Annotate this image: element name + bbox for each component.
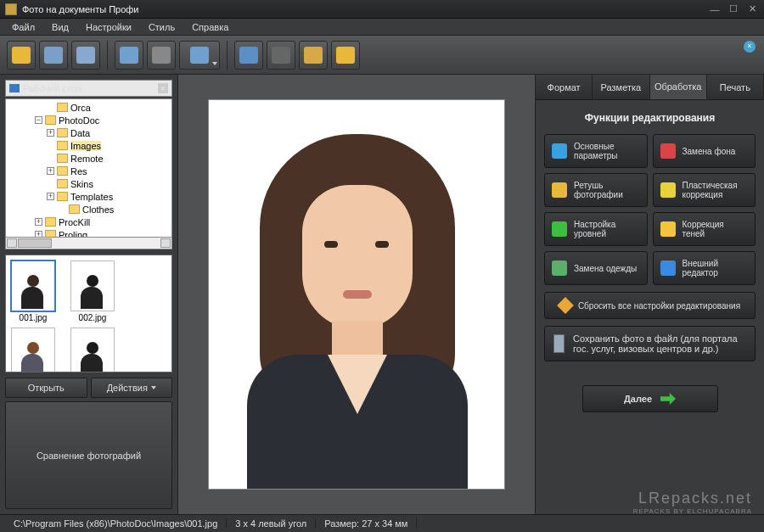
tree-scrollbar[interactable] [5,238,172,249]
photo-preview[interactable] [208,99,505,490]
bulb-icon [660,221,676,237]
edit-people-icon[interactable]: Замена одежды [544,251,648,285]
folder-icon [57,154,68,163]
thumbnail-grid: 001.jpg002.jpg003.jpg6.jpg9.jpg [5,255,172,372]
tree-item[interactable]: −PhotoDoc [6,114,171,126]
thumbnail[interactable]: 002.jpg [69,260,116,322]
tree-item[interactable]: +Res [6,165,171,177]
edit-panel: Функции редактирования Основные параметр… [536,100,764,421]
thumbnail[interactable]: 001.jpg [9,260,57,322]
tree-item[interactable]: Skins [6,177,171,190]
tree-item[interactable]: Remote [6,152,171,165]
settings-icon[interactable] [115,41,143,70]
panel-title: Функции редактирования [544,112,756,124]
menu-Стиль[interactable]: Стиль [140,20,183,34]
thumbnail[interactable]: 6.jpg [69,328,116,372]
flag-icon [660,143,676,159]
folder-icon [69,204,80,214]
tree-item[interactable]: +Data [6,126,171,139]
film-icon[interactable] [267,41,295,70]
folder-icon [45,230,56,238]
monitor-icon [660,260,676,276]
folder-icon [45,115,56,125]
folder-icon [57,179,68,188]
people-icon [552,260,567,276]
folder-icon [57,192,68,201]
tree-item[interactable]: Orca [6,101,171,114]
eraser-icon [557,297,574,314]
toolbar: × [0,36,764,75]
monitor-icon [9,84,20,92]
tab-Разметка[interactable]: Разметка [593,75,649,99]
tree-item[interactable]: +Templates [6,190,171,203]
edit-palette-icon[interactable]: Ретушь фотографии [544,173,648,207]
tab-Формат[interactable]: Формат [536,75,593,99]
minimize-button[interactable]: ― [708,3,722,15]
location-combo-label: Рабочий стол [23,83,81,93]
tree-item[interactable]: +ProcKill [6,216,171,228]
home-icon[interactable] [299,41,328,70]
reset-button[interactable]: Сбросить все настройки редактирования [544,292,756,319]
titlebar: Фото на документы Профи ― ☐ ✕ [0,0,764,19]
preview-area [178,75,535,514]
palette-icon [552,182,567,198]
arrow-right-icon [660,393,676,405]
folder-icon [57,103,68,112]
tree-item[interactable]: Clothes [6,203,171,216]
close-button[interactable]: ✕ [745,3,759,15]
statusbar: C:\Program Files (x86)\PhotoDoc\Images\0… [0,514,764,532]
menu-Справка[interactable]: Справка [183,20,237,34]
cart-icon[interactable] [331,41,360,70]
folder-tree[interactable]: Orca−PhotoDoc+Data Images Remote+Res Ski… [5,98,172,238]
folder-open-icon[interactable] [7,41,36,70]
edit-flag-icon[interactable]: Замена фона [653,134,756,168]
watermark: LRepacks.net REPACKS BY ELCHUPACABRA [633,490,752,515]
folder-icon [57,128,68,137]
gear-icon [552,143,567,159]
tab-Обработка[interactable]: Обработка [650,75,707,99]
edit-bulb-icon[interactable]: Коррекция теней [653,212,756,246]
menu-Файл[interactable]: Файл [3,20,43,34]
compare-button[interactable]: Сравнение фотографий [5,401,172,509]
floppy-icon [553,334,565,353]
right-panel: ФорматРазметкаОбработкаПечать Функции ре… [535,75,764,514]
left-panel: Рабочий стол ▾ Orca−PhotoDoc+Data Images… [0,75,178,514]
chevron-down-icon: ▾ [158,83,168,93]
tree-item[interactable]: +Proling [6,228,171,238]
status-size: Размер: 27 x 34 мм [316,518,417,529]
print-icon[interactable] [71,41,100,70]
edit-monitor-icon[interactable]: Внешний редактор [653,251,756,285]
folder-icon [57,141,68,150]
status-corner: 3 x 4 левый угол [227,518,316,529]
tree-item[interactable]: Images [6,139,171,152]
open-button[interactable]: Открыть [5,378,87,398]
menu-Вид[interactable]: Вид [43,20,77,34]
edit-wand-icon[interactable]: Пластическая коррекция [653,173,756,207]
edit-bars-icon[interactable]: Настройка уровней [544,212,648,246]
edit-gear-icon[interactable]: Основные параметры [544,134,648,168]
wand-icon [660,182,676,198]
folder-icon [57,166,68,176]
panel-close-icon[interactable]: × [744,41,756,53]
window-title: Фото на документы Профи [22,4,703,14]
actions-button[interactable]: Действия [91,378,173,398]
menubar: ФайлВидНастройкиСтильСправка [0,19,764,36]
status-path: C:\Program Files (x86)\PhotoDoc\Images\0… [5,518,227,529]
menu-Настройки[interactable]: Настройки [77,20,140,34]
folder-icon [45,217,56,227]
camera-icon[interactable] [147,41,176,70]
maximize-button[interactable]: ☐ [727,3,740,15]
next-button[interactable]: Далее [582,385,718,412]
preview-icon[interactable] [179,41,220,70]
thumbnail[interactable]: 003.jpg [9,328,57,372]
save-icon[interactable] [39,41,68,70]
tab-Печать[interactable]: Печать [707,75,764,99]
app-icon [5,3,17,15]
tabs: ФорматРазметкаОбработкаПечать [536,75,764,100]
bars-icon [552,221,567,237]
save-to-file-button[interactable]: Сохранить фото в файл (для портала гос. … [544,326,756,361]
help-icon[interactable] [234,41,263,70]
chevron-down-icon [151,386,156,389]
location-combo[interactable]: Рабочий стол ▾ [5,80,172,97]
